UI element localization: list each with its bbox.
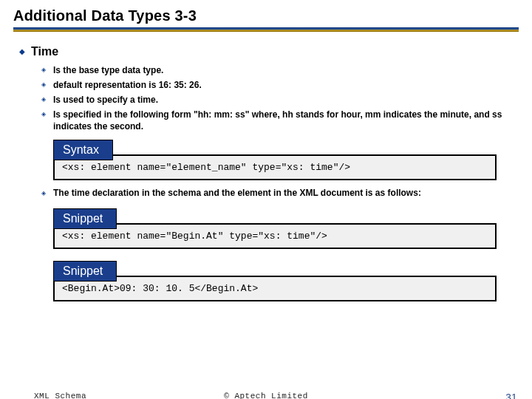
bullet-list: ◈ Is the base type data type. ◈ default … — [41, 64, 513, 132]
section-heading: Time — [31, 45, 58, 58]
snippet-label: Snippet — [53, 208, 117, 229]
slide: Additional Data Types 3-3 ◆ Time ◈ Is th… — [0, 0, 532, 399]
diamond-icon: ◈ — [41, 109, 46, 120]
snippet-label: Snippet — [53, 261, 117, 282]
title-rule — [13, 27, 519, 32]
snippet-codebox: <Begin.At>09: 30: 10. 5</Begin.At> — [53, 276, 497, 301]
page-number: 31 — [506, 392, 517, 399]
page-title: Additional Data Types 3-3 — [13, 7, 519, 24]
list-item: ◈ Is the base type data type. — [41, 64, 513, 76]
diamond-icon: ◈ — [41, 64, 46, 76]
syntax-code: <xs: element name="element_name" type="x… — [62, 162, 350, 173]
diamond-icon: ◈ — [41, 94, 46, 106]
bullet-text: Is the base type data type. — [53, 64, 163, 76]
diamond-icon: ◈ — [41, 79, 46, 91]
list-item: ◈ default representation is 16: 35: 26. — [41, 79, 513, 91]
section-heading-row: ◆ Time — [19, 45, 513, 64]
bullet-text: default representation is 16: 35: 26. — [53, 79, 202, 91]
mid-line: ◈ The time declaration in the schema and… — [41, 188, 513, 200]
footer-center: © Aptech Limited — [0, 392, 532, 399]
syntax-label: Syntax — [53, 140, 113, 160]
diamond-icon: ◈ — [41, 188, 46, 200]
list-item: ◈ Is specified in the following form "hh… — [41, 109, 513, 132]
bullet-text: Is used to specify a time. — [53, 94, 158, 106]
title-bar: Additional Data Types 3-3 — [0, 0, 532, 35]
bullet-text: Is specified in the following form "hh: … — [53, 109, 513, 132]
snippet-codebox: <xs: element name="Begin.At" type="xs: t… — [53, 223, 497, 249]
diamond-icon: ◆ — [19, 45, 25, 58]
snippet-code: <xs: element name="Begin.At" type="xs: t… — [62, 231, 327, 242]
list-item: ◈ Is used to specify a time. — [41, 94, 513, 106]
mid-text: The time declaration in the schema and t… — [53, 188, 421, 198]
syntax-codebox: <xs: element name="element_name" type="x… — [53, 154, 497, 180]
content-area: ◆ Time ◈ Is the base type data type. ◈ d… — [0, 35, 532, 301]
snippet-code: <Begin.At>09: 30: 10. 5</Begin.At> — [62, 283, 258, 294]
